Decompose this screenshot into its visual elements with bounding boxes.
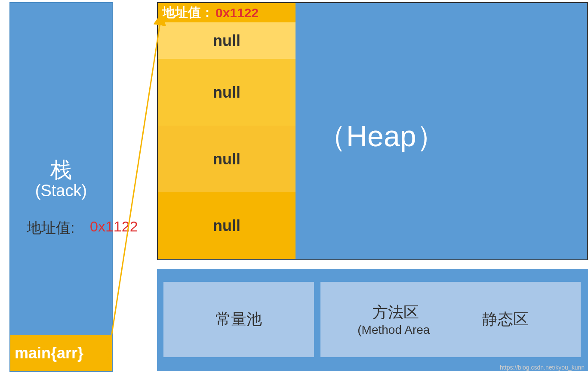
array-cell-2: null (158, 126, 296, 192)
stack-box: 栈 (Stack) 地址值: 0x1122 main{arr} (9, 2, 113, 372)
watermark: https://blog.csdn.net/kyou_kunn (500, 364, 585, 371)
method-area-label-cn: 方法区 (373, 302, 419, 323)
constant-pool-label: 常量池 (215, 309, 262, 330)
array-cell-1: null (158, 59, 296, 126)
method-area-box: 常量池 方法区 (Method Area) 静态区 (157, 269, 588, 371)
method-area-label-en: (Method Area) (357, 323, 434, 337)
array-cell-3: null (158, 192, 296, 259)
heap-label: （Heap） (317, 117, 446, 156)
constant-pool-box: 常量池 (163, 282, 314, 357)
array-cell-0: null (158, 22, 296, 59)
svg-line-1 (108, 15, 161, 361)
heap-array-header: 地址值： 0x1122 (158, 3, 296, 22)
static-area-label: 静态区 (482, 309, 529, 330)
heap-array: 地址值： 0x1122 null null null null (158, 3, 296, 259)
stack-address-label: 地址值: (27, 218, 74, 238)
heap-address-value: 0x1122 (215, 6, 259, 20)
stack-subtitle: (Stack) (10, 182, 112, 200)
stack-main-frame: main{arr} (10, 335, 112, 371)
stack-main-label: main{arr} (15, 344, 83, 362)
heap-box: 地址值： 0x1122 null null null null （Heap） (157, 2, 588, 260)
static-area-box: 静态区 (430, 282, 581, 357)
stack-address-value: 0x1122 (90, 218, 138, 235)
stack-title: 栈 (10, 156, 112, 185)
heap-address-label: 地址值： (162, 4, 214, 22)
